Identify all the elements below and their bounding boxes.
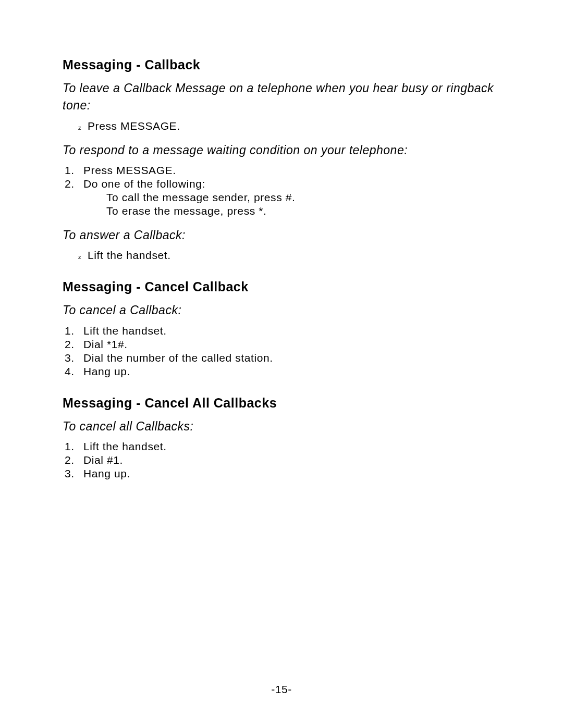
- number-marker: 1.: [65, 440, 83, 453]
- instruction-block: To respond to a message waiting conditio…: [63, 142, 500, 217]
- bullet-item: z Press MESSAGE.: [78, 120, 500, 132]
- scenario-text: To respond to a message waiting conditio…: [63, 142, 500, 159]
- number-marker: 2.: [65, 338, 83, 351]
- scenario-text: To leave a Callback Message on a telepho…: [63, 80, 500, 115]
- bullet-text: Lift the handset.: [88, 249, 171, 262]
- numbered-item: 4. Hang up.: [65, 365, 500, 378]
- page-number: -15-: [0, 683, 563, 696]
- sub-item: To call the message sender, press #.: [106, 191, 500, 204]
- numbered-text: Dial *1#.: [83, 338, 128, 351]
- number-marker: 1.: [65, 325, 83, 337]
- section-heading: Messaging - Callback: [63, 57, 500, 72]
- bullet-icon: z: [78, 254, 88, 260]
- bullet-item: z Lift the handset.: [78, 249, 500, 262]
- number-marker: 2.: [65, 178, 83, 190]
- numbered-item: 1. Press MESSAGE.: [65, 164, 500, 177]
- number-marker: 2.: [65, 454, 83, 466]
- numbered-text: Do one of the following:: [83, 178, 205, 190]
- numbered-item: 3. Hang up.: [65, 467, 500, 480]
- numbered-item: 2. Dial *1#.: [65, 338, 500, 351]
- number-marker: 4.: [65, 365, 83, 378]
- numbered-text: Dial #1.: [83, 454, 123, 466]
- numbered-item: 3. Dial the number of the called station…: [65, 352, 500, 364]
- section-heading: Messaging - Cancel All Callbacks: [63, 396, 500, 411]
- numbered-item: 1. Lift the handset.: [65, 440, 500, 453]
- numbered-text: Hang up.: [83, 467, 130, 480]
- numbered-item: 1. Lift the handset.: [65, 325, 500, 337]
- section-heading: Messaging - Cancel Callback: [63, 279, 500, 294]
- number-marker: 1.: [65, 164, 83, 177]
- numbered-text: Dial the number of the called station.: [83, 352, 273, 364]
- numbered-text: Lift the handset.: [83, 440, 167, 453]
- scenario-text: To cancel a Callback:: [63, 302, 500, 319]
- number-marker: 3.: [65, 467, 83, 480]
- numbered-text: Hang up.: [83, 365, 130, 378]
- number-marker: 3.: [65, 352, 83, 364]
- instruction-block: To answer a Callback: z Lift the handset…: [63, 227, 500, 262]
- scenario-text: To answer a Callback:: [63, 227, 500, 244]
- numbered-item: 2. Dial #1.: [65, 454, 500, 466]
- numbered-item: 2. Do one of the following:: [65, 178, 500, 190]
- sub-item: To erase the message, press *.: [106, 205, 500, 217]
- numbered-text: Lift the handset.: [83, 325, 167, 337]
- document-page: Messaging - Callback To leave a Callback…: [0, 0, 563, 728]
- scenario-text: To cancel all Callbacks:: [63, 418, 500, 435]
- instruction-block: To leave a Callback Message on a telepho…: [63, 80, 500, 132]
- instruction-block: To cancel all Callbacks: 1. Lift the han…: [63, 418, 500, 480]
- instruction-block: To cancel a Callback: 1. Lift the handse…: [63, 302, 500, 377]
- bullet-icon: z: [78, 125, 88, 131]
- bullet-text: Press MESSAGE.: [88, 120, 180, 132]
- numbered-text: Press MESSAGE.: [83, 164, 176, 177]
